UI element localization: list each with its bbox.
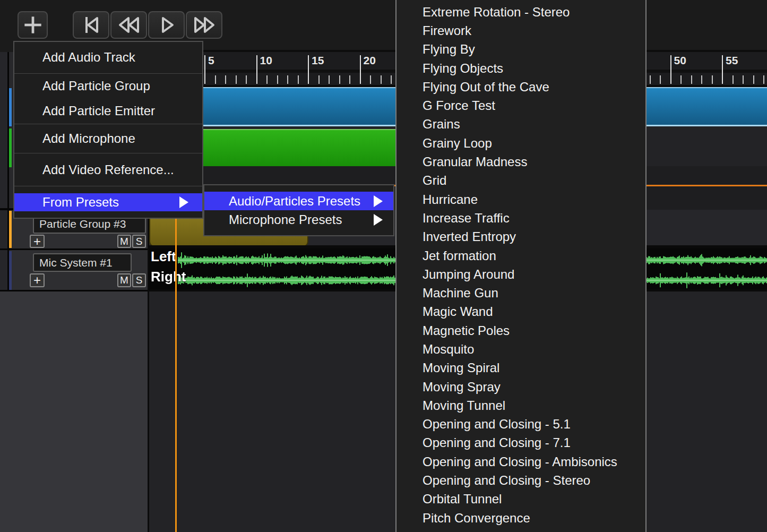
ruler-minor-tick bbox=[329, 75, 330, 84]
submenu-item-label: Microphone Presets bbox=[229, 212, 342, 227]
fast-forward-icon bbox=[191, 14, 218, 36]
preset-item[interactable]: Jet formation bbox=[397, 246, 645, 265]
ruler-major-tick bbox=[204, 55, 205, 84]
preset-item[interactable]: Extreme Rotation - Stereo bbox=[397, 3, 645, 21]
ruler-minor-tick bbox=[318, 75, 320, 84]
preset-item[interactable]: Granular Madness bbox=[397, 152, 645, 171]
ruler-minor-tick bbox=[712, 75, 713, 84]
preset-item[interactable]: Opening and Closing - Stereo bbox=[397, 471, 645, 490]
ruler-minor-tick bbox=[743, 75, 744, 84]
preset-item[interactable]: Pitch Convergence bbox=[397, 509, 645, 527]
preset-item[interactable]: Mosquito bbox=[397, 340, 645, 358]
add-track-button[interactable] bbox=[18, 11, 48, 39]
preset-item[interactable]: Inverted Entropy bbox=[397, 228, 645, 246]
preset-item[interactable]: Jumping Around bbox=[397, 265, 645, 284]
ruler-minor-tick bbox=[763, 75, 764, 84]
track-name-field[interactable]: Mic System #1 bbox=[33, 253, 132, 272]
ruler-minor-tick bbox=[266, 75, 268, 84]
preset-item[interactable]: Moving Spray bbox=[397, 377, 645, 396]
preset-item[interactable]: Flying Out of the Cave bbox=[397, 78, 645, 96]
preset-item[interactable]: Opening and Closing - Ambisonics bbox=[397, 452, 645, 471]
ruler-minor-tick bbox=[215, 75, 216, 84]
ruler-major-tick bbox=[360, 55, 361, 84]
fast-forward-button[interactable] bbox=[186, 11, 222, 39]
plus-icon bbox=[23, 15, 43, 35]
preset-item[interactable]: Hurricane bbox=[397, 190, 645, 209]
solo-button[interactable]: S bbox=[132, 273, 146, 287]
preset-item[interactable]: Grainy Loop bbox=[397, 134, 645, 152]
preset-item[interactable]: Opening and Closing - 7.1 bbox=[397, 434, 645, 452]
audio-clip-green[interactable] bbox=[178, 129, 397, 166]
ruler-tick-label: 20 bbox=[364, 54, 376, 67]
ruler-minor-tick bbox=[225, 75, 226, 84]
menu-item-from-presets[interactable]: From Presets bbox=[14, 193, 202, 211]
ruler-minor-tick bbox=[287, 75, 288, 84]
submenu-item-microphone-presets[interactable]: Microphone Presets bbox=[204, 210, 393, 229]
rewind-button[interactable] bbox=[110, 11, 147, 39]
menu-item-label: From Presets bbox=[42, 195, 119, 210]
ruler-minor-tick bbox=[691, 75, 692, 84]
preset-item[interactable]: Firework bbox=[397, 21, 645, 40]
preset-item[interactable]: Grains bbox=[397, 115, 645, 134]
channel-label-right: Right bbox=[151, 269, 186, 285]
ruler-minor-tick bbox=[236, 75, 237, 84]
preset-item[interactable]: Orbital Tunnel bbox=[397, 490, 645, 509]
preset-item[interactable]: Increase Traffic bbox=[397, 209, 645, 227]
solo-button[interactable]: S bbox=[132, 235, 146, 248]
preset-item[interactable]: Magnetic Poles bbox=[397, 321, 645, 340]
ruler-minor-tick bbox=[381, 75, 382, 84]
ruler-major-tick bbox=[722, 55, 723, 84]
mute-button[interactable]: M bbox=[117, 235, 131, 248]
add-lane-button[interactable]: + bbox=[30, 273, 45, 287]
preset-item[interactable]: Magic Wand bbox=[397, 303, 645, 321]
menu-item-add-microphone[interactable]: Add Microphone bbox=[14, 126, 202, 151]
menu-item-add-particle-group[interactable]: Add Particle Group bbox=[14, 74, 202, 99]
ruler-minor-tick bbox=[701, 75, 702, 84]
play-icon bbox=[156, 14, 177, 36]
preset-item[interactable]: G Force Test bbox=[397, 96, 645, 115]
ruler-minor-tick bbox=[680, 75, 682, 84]
header-panel-bottom-border bbox=[0, 290, 148, 291]
ruler-minor-tick bbox=[298, 75, 299, 84]
app-window: Left Right 51015205055 Particle Group #3… bbox=[0, 0, 767, 532]
ruler-minor-tick bbox=[753, 75, 754, 84]
preset-item[interactable]: Opening and Closing - 5.1 bbox=[397, 415, 645, 434]
menu-item-add-particle-emitter[interactable]: Add Particle Emitter bbox=[14, 99, 202, 124]
submenu-item-audio-particles-presets[interactable]: Audio/Particles Presets bbox=[204, 192, 393, 210]
preset-item[interactable]: Pitch Madness bbox=[397, 527, 645, 532]
ruler-minor-tick bbox=[277, 75, 278, 84]
track-color-strip-orange bbox=[9, 211, 12, 248]
add-menu: Add Audio Track Add Particle Group Add P… bbox=[13, 41, 203, 219]
ruler-tick-label: 50 bbox=[674, 54, 686, 67]
channel-label-left: Left bbox=[151, 248, 176, 265]
ruler-major-tick bbox=[670, 55, 671, 84]
mute-button[interactable]: M bbox=[117, 273, 131, 287]
preset-item[interactable]: Moving Spiral bbox=[397, 359, 645, 377]
menu-item-add-video-reference[interactable]: Add Video Reference... bbox=[14, 157, 202, 182]
menu-item-add-audio-track[interactable]: Add Audio Track bbox=[14, 45, 202, 70]
ruler-major-tick bbox=[308, 55, 309, 84]
skip-to-start-button[interactable] bbox=[73, 11, 109, 39]
header-outer-column bbox=[0, 52, 7, 291]
submenu-arrow-icon bbox=[374, 214, 383, 226]
ruler-minor-tick bbox=[349, 75, 350, 84]
preset-item[interactable]: Moving Tunnel bbox=[397, 396, 645, 415]
preset-item[interactable]: Grid bbox=[397, 171, 645, 190]
submenu-arrow-icon bbox=[374, 195, 383, 207]
play-button[interactable] bbox=[148, 11, 185, 39]
submenu-item-label: Audio/Particles Presets bbox=[229, 194, 360, 209]
preset-item[interactable]: Flying Objects bbox=[397, 59, 645, 78]
preset-item[interactable]: Flying By bbox=[397, 40, 645, 59]
lower-left-panel bbox=[0, 291, 148, 532]
ruler-minor-tick bbox=[391, 75, 392, 84]
ruler-minor-tick bbox=[339, 75, 340, 84]
ruler-tick-label: 55 bbox=[726, 54, 738, 67]
skip-to-start-icon bbox=[81, 14, 102, 36]
ruler-minor-tick bbox=[246, 75, 247, 84]
track-color-strip-blue bbox=[9, 88, 12, 126]
preset-item[interactable]: Machine Gun bbox=[397, 284, 645, 302]
submenu-arrow-icon bbox=[179, 196, 188, 208]
ruler-minor-tick bbox=[660, 75, 661, 84]
add-lane-button[interactable]: + bbox=[30, 235, 45, 248]
track-color-strip-navy bbox=[9, 251, 12, 290]
